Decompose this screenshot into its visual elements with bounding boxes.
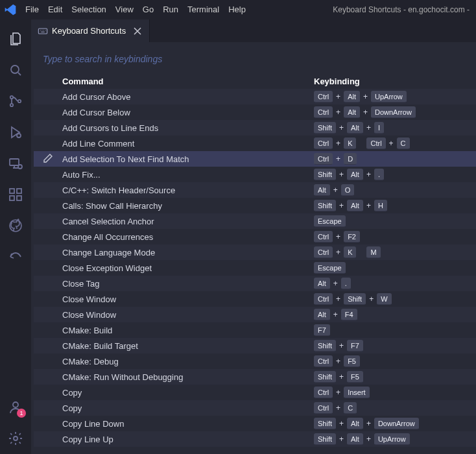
svg-rect-5 [10,159,19,165]
menu-view[interactable]: View [111,0,138,19]
key-cap: Ctrl [314,153,333,165]
table-row[interactable]: CMake: BuildF7 [34,322,476,338]
command-label: Close Window [62,294,313,304]
table-row[interactable]: Change Language ModeCtrl+KM [34,245,476,260]
command-label: Add Cursor Below [62,108,313,117]
keybinding-cell: Shift+F7 [313,340,476,352]
accounts-badge: 1 [17,409,26,418]
key-cap: F4 [341,309,357,320]
manage-gear-icon[interactable] [0,423,31,454]
key-cap: Ctrl [314,137,333,149]
column-header-keybinding[interactable]: Keybinding [313,77,476,86]
menu-help[interactable]: Help [224,0,250,19]
keybinding-cell: Ctrl+KCtrl+C [313,137,476,149]
key-cap: Ctrl [314,355,333,367]
menu-edit[interactable]: Edit [43,0,67,19]
table-row[interactable]: CMake: Run Without DebuggingShift+F5 [34,369,476,385]
command-label: CMake: Build [62,326,313,335]
command-label: Auto Fix... [62,170,313,180]
table-row[interactable]: Copy Line UpShift+Alt+UpArrow [34,431,476,447]
remote-explorer-icon[interactable] [0,148,31,179]
key-cap: Shift [314,418,336,429]
search-input[interactable] [43,51,467,67]
table-row[interactable]: Cancel Selection AnchorEscape [34,213,476,229]
table-row[interactable]: Add Cursor AboveCtrl+Alt+UpArrow [34,89,476,104]
key-cap: UpArrow [374,433,410,445]
explorer-icon[interactable] [0,23,31,54]
table-row[interactable]: C/C++: Switch Header/SourceAlt+O [34,182,476,198]
title-bar: FileEditSelectionViewGoRunTerminalHelp K… [0,0,476,19]
key-cap: Escape [314,262,346,274]
table-row[interactable]: Close TagAlt+. [34,276,476,291]
key-cap: Shift [344,293,366,305]
table-row[interactable]: CMake: DebugCtrl+F5 [34,353,476,369]
key-cap: Ctrl [366,137,385,149]
key-cap: UpArrow [371,91,407,102]
svg-point-4 [17,134,21,137]
pencil-icon[interactable] [43,153,53,165]
column-header-command[interactable]: Command [62,77,313,86]
keybinding-cell: Ctrl+Alt+DownArrow [313,106,476,118]
github-icon[interactable] [0,210,31,241]
menu-run[interactable]: Run [158,0,183,19]
key-cap: Ctrl [314,293,333,305]
keybinding-cell: F7 [313,324,476,336]
key-cap: Alt [314,278,330,289]
menu-file[interactable]: File [21,0,43,19]
key-cap: . [374,169,384,180]
close-icon[interactable] [132,26,143,36]
table-row[interactable]: Close Exception WidgetEscape [34,260,476,276]
source-control-icon[interactable] [0,86,31,117]
table-row[interactable]: Add Selection To Next Find MatchCtrl+D [34,151,476,167]
command-label: Copy Line Up [62,435,313,444]
key-cap: DownArrow [374,418,419,429]
keybinding-cell: Escape [313,215,476,227]
key-cap: Escape [314,215,346,227]
table-row[interactable]: Add Line CommentCtrl+KCtrl+C [34,136,476,151]
command-label: Cancel Selection Anchor [62,217,313,226]
menu-selection[interactable]: Selection [67,0,110,19]
table-row[interactable]: CopyCtrl+Insert [34,385,476,400]
keybinding-cell: Alt+F4 [313,309,476,320]
keybinding-cell: Shift+Alt+H [313,200,476,211]
accounts-icon[interactable]: 1 [0,392,31,423]
key-cap: Shift [314,371,336,383]
key-cap: F5 [347,371,363,383]
key-cap: Alt [347,169,363,180]
command-label: Close Exception Widget [62,263,313,273]
key-cap: F2 [344,231,360,243]
key-cap: Alt [344,106,360,118]
run-debug-icon[interactable] [0,117,31,148]
live-share-icon[interactable] [0,241,31,272]
editor-area: Keyboard Shortcuts Command Keybinding Ad… [31,19,476,454]
menu-go[interactable]: Go [138,0,158,19]
svg-rect-14 [38,29,47,34]
table-row[interactable]: Copy Line DownShift+Alt+DownArrow [34,416,476,431]
table-row[interactable]: Auto Fix...Shift+Alt+. [34,167,476,182]
table-row[interactable]: Add Cursor BelowCtrl+Alt+DownArrow [34,104,476,120]
keybinding-cell: Ctrl+D [313,153,476,165]
menu-terminal[interactable]: Terminal [183,0,224,19]
table-row[interactable]: Change All OccurrencesCtrl+F2 [34,229,476,245]
svg-point-13 [14,436,18,440]
keybinding-cell: Shift+Alt+I [313,122,476,134]
key-cap: Shift [314,169,336,180]
keybinding-cell: Alt+O [313,184,476,196]
table-row[interactable]: Add Cursors to Line EndsShift+Alt+I [34,120,476,136]
table-row[interactable]: CMake: Build TargetShift+F7 [34,338,476,353]
tab-keyboard-shortcuts[interactable]: Keyboard Shortcuts [31,19,150,42]
keybinding-cell: Alt+. [313,278,476,289]
key-cap: Ctrl [314,402,333,414]
svg-point-6 [18,165,22,169]
table-row[interactable]: Close WindowAlt+F4 [34,307,476,322]
key-cap: Alt [314,309,330,320]
table-row[interactable]: CopyCtrl+C [34,400,476,416]
key-cap: Ctrl [314,231,333,243]
svg-rect-10 [17,189,21,193]
extensions-icon[interactable] [0,179,31,210]
keybinding-cell: Ctrl+F2 [313,231,476,243]
activity-bar: 1 [0,19,31,454]
table-row[interactable]: Close WindowCtrl+Shift+W [34,291,476,307]
table-row[interactable]: Calls: Show Call HierarchyShift+Alt+H [34,198,476,213]
search-icon[interactable] [0,54,31,86]
